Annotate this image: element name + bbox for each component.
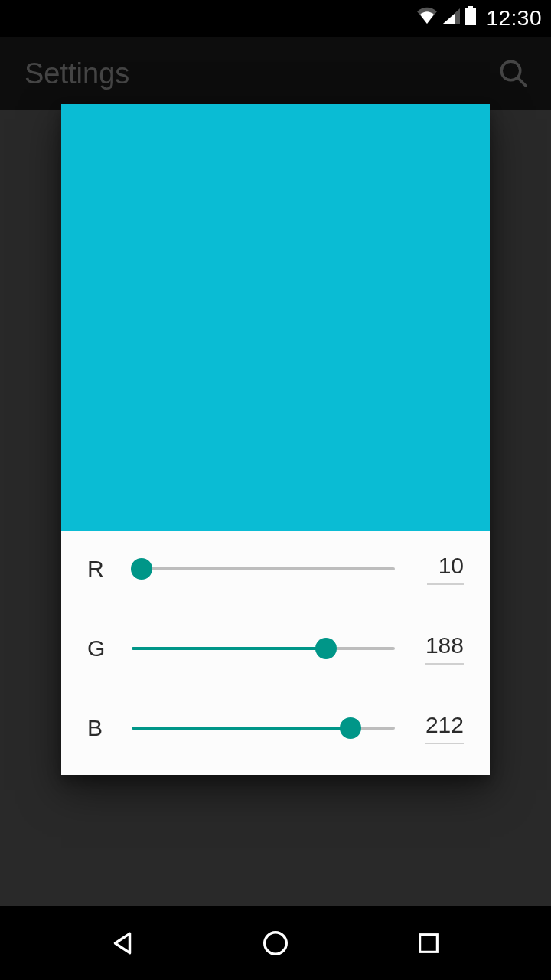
status-icons — [416, 6, 477, 31]
back-icon — [108, 929, 137, 958]
slider-label: B — [87, 715, 110, 741]
slider-value: 212 — [425, 712, 464, 744]
slider-fill — [132, 727, 350, 730]
home-button[interactable] — [245, 913, 306, 974]
status-time: 12:30 — [486, 6, 542, 31]
battery-icon — [465, 6, 477, 31]
color-picker-dialog: R10G188B212 — [61, 104, 490, 775]
svg-rect-0 — [468, 6, 473, 8]
slider-track — [132, 567, 395, 570]
slider-value-field[interactable]: 212 — [416, 712, 464, 744]
slider-fill — [132, 647, 326, 650]
slider-label: R — [87, 556, 110, 582]
slider-value: 10 — [427, 553, 464, 585]
wifi-icon — [416, 6, 439, 31]
svg-rect-1 — [465, 8, 476, 25]
slider-row-g: G188 — [87, 632, 464, 665]
rgb-sliders-container: R10G188B212 — [61, 531, 490, 775]
search-button[interactable] — [497, 57, 530, 90]
recents-icon — [416, 930, 442, 956]
slider-thumb[interactable] — [131, 558, 152, 580]
page-title: Settings — [24, 57, 129, 90]
navigation-bar — [0, 906, 551, 980]
slider-thumb[interactable] — [340, 717, 361, 739]
color-preview-swatch — [61, 104, 490, 531]
slider-value-field[interactable]: 10 — [416, 553, 464, 585]
slider-label: G — [87, 635, 110, 662]
slider-row-b: B212 — [87, 712, 464, 744]
slider-b[interactable] — [132, 717, 395, 739]
svg-rect-5 — [420, 935, 438, 952]
slider-value-field[interactable]: 188 — [416, 632, 464, 665]
slider-value: 188 — [425, 632, 464, 665]
svg-point-4 — [265, 933, 287, 955]
slider-thumb[interactable] — [315, 638, 337, 659]
back-button[interactable] — [92, 913, 153, 974]
svg-line-3 — [517, 77, 526, 86]
app-bar: Settings — [0, 37, 551, 110]
slider-g[interactable] — [132, 638, 395, 659]
search-icon — [497, 57, 530, 90]
slider-row-r: R10 — [87, 553, 464, 585]
slider-r[interactable] — [132, 558, 395, 580]
status-bar: 12:30 — [0, 0, 551, 37]
home-icon — [261, 929, 290, 958]
recents-button[interactable] — [398, 913, 459, 974]
cell-signal-icon — [442, 6, 461, 31]
